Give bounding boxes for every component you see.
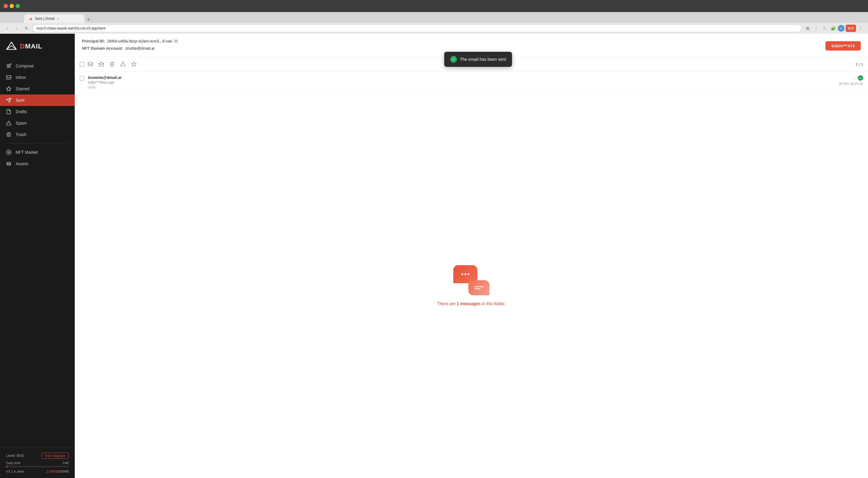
empty-state: There are 1 messages in this folder. [75, 93, 868, 478]
profile-btn[interactable]: G [838, 25, 844, 32]
browser-actions: ⊞ ↑ ☆ 🧩 G 更新 ⋮ [804, 25, 864, 32]
active-tab[interactable]: ⛵ Sent | Dmail ✕ [24, 14, 84, 23]
email-icons: ☆ ✓ [852, 75, 863, 81]
daily-label: Daily limit [6, 461, 20, 465]
main-content: Principal ID: 2kf6d-u46la-fdzyr-ls2em-kn… [75, 34, 868, 478]
spam-icon [6, 121, 11, 126]
drafts-icon [6, 109, 11, 114]
sidebar: DMAIL Compose Inbox [0, 34, 75, 478]
email-from: brownie@dmail.ai [88, 75, 835, 80]
mail-open-icon [98, 61, 104, 67]
bubble-dot-1 [461, 273, 463, 275]
translate-btn[interactable]: ⊞ [804, 25, 811, 32]
dmail-logo-icon [6, 41, 17, 52]
sidebar-item-inbox[interactable]: Inbox [0, 72, 75, 83]
close-window-btn[interactable] [4, 4, 8, 8]
compose-icon [6, 63, 11, 69]
table-row[interactable]: brownie@dmail.ai hdtyi***drso-aqe hello … [75, 72, 868, 93]
tab-bar: ⛵ Sent | Dmail ✕ + [0, 12, 868, 23]
sidebar-item-sent[interactable]: Sent [0, 95, 75, 106]
email-list: brownie@dmail.ai hdtyi***drso-aqe hello … [75, 72, 868, 93]
mail-icon [88, 61, 93, 67]
share-btn[interactable]: ↑ [812, 25, 820, 32]
sidebar-item-nft-market[interactable]: NFT Market [0, 146, 75, 158]
logo-text: DMAIL [20, 42, 42, 50]
sidebar-item-assets[interactable]: Assets [0, 158, 75, 169]
nft-label: NFT Domain Account: [82, 46, 123, 50]
forward-btn[interactable]: › [13, 25, 21, 32]
inbox-icon [6, 75, 11, 80]
email-sub-id: hdtyi***drso-aqe [88, 80, 835, 84]
starred-icon [6, 86, 11, 92]
principal-label: Principal ID: [82, 39, 105, 43]
sidebar-item-spam[interactable]: Spam [0, 117, 75, 129]
title-bar [0, 0, 868, 12]
page-info: 1 / 1 [856, 62, 863, 67]
empty-state-text: There are 1 messages in this folder. [437, 301, 506, 306]
level-label: Level: BAS [6, 454, 24, 458]
sidebar-item-drafts[interactable]: Drafts [0, 106, 75, 117]
minimize-window-btn[interactable] [10, 4, 14, 8]
copy-principal-btn[interactable]: ⧉ [175, 38, 178, 44]
mail-open-btn[interactable] [96, 59, 106, 69]
select-all-checkbox[interactable] [80, 62, 84, 67]
bubble-lines [474, 286, 484, 289]
new-tab-btn[interactable]: + [84, 16, 93, 23]
bubble-line-2 [474, 288, 481, 289]
storage-info: 2.08KB/200MB [46, 470, 69, 473]
sidebar-item-trash[interactable]: Trash [0, 129, 75, 140]
daily-progress-fill [6, 466, 7, 467]
sent-status-icon: ✓ [858, 75, 863, 81]
toast-check-icon: ✓ [450, 56, 457, 63]
toast-notification: ✓ The email has been sent [444, 52, 512, 67]
sidebar-item-compose[interactable]: Compose [0, 60, 75, 72]
address-bar-row: ‹ › ↻ evyc3-ziaaa-aaaak-aam5a-cai.ic0.ap… [0, 23, 868, 34]
app-container: DMAIL Compose Inbox [0, 34, 868, 478]
bubble-line-1 [474, 286, 484, 287]
svg-rect-9 [88, 62, 93, 66]
email-time: 06 Nov 20:21:30 [839, 82, 863, 86]
sidebar-footer: Level: BAS Free Upgrade Daily limit 1/40… [0, 448, 75, 478]
sidebar-item-starred[interactable]: Starred [0, 83, 75, 95]
update-btn[interactable]: 更新 [846, 25, 856, 32]
principal-value: 2kf6d-u46la-fdzyr-ls2em-kno3...6-vae [107, 39, 172, 43]
star-filter-btn[interactable] [129, 59, 138, 69]
trash-icon [6, 132, 11, 137]
svg-point-7 [7, 150, 11, 155]
wallet-btn[interactable]: 0xB2e***A73 [826, 41, 861, 50]
bookmark-btn[interactable]: ☆ [821, 25, 828, 32]
svg-rect-1 [7, 75, 11, 79]
email-meta: ☆ ✓ 06 Nov 20:21:30 [839, 75, 863, 86]
nft-market-icon [6, 149, 11, 155]
sidebar-nav: Compose Inbox Starred [0, 58, 75, 448]
back-btn[interactable]: ‹ [4, 25, 11, 32]
menu-btn[interactable]: ⋮ [857, 25, 864, 32]
tab-title: Sent | Dmail [35, 16, 55, 21]
delete-icon [110, 61, 115, 67]
sent-icon [6, 98, 11, 103]
extensions-btn[interactable]: 🧩 [830, 25, 837, 32]
star-toggle[interactable]: ☆ [852, 75, 857, 80]
email-body: brownie@dmail.ai hdtyi***drso-aqe hello [88, 75, 835, 90]
warning-btn[interactable] [118, 59, 128, 69]
mail-btn[interactable] [86, 59, 95, 69]
email-preview: hello [88, 85, 835, 90]
upgrade-btn[interactable]: Free Upgrade [41, 453, 69, 459]
assets-icon [6, 161, 11, 166]
refresh-btn[interactable]: ↻ [23, 25, 30, 32]
version-label: V2.1.4_beta [6, 470, 24, 473]
url-text: evyc3-ziaaa-aaaak-aam5a-cai.ic0.app/sent [36, 26, 105, 30]
tab-close-btn[interactable]: ✕ [57, 17, 59, 21]
bubble-dot-3 [467, 273, 469, 275]
logo-d: D [20, 42, 25, 50]
toast-message: The email has been sent [460, 57, 506, 62]
email-checkbox[interactable] [80, 76, 84, 81]
svg-marker-2 [7, 87, 11, 91]
traffic-lights [4, 4, 20, 8]
daily-value: 1/40 [62, 461, 69, 465]
bubble-secondary [468, 280, 490, 295]
maximize-window-btn[interactable] [16, 4, 20, 8]
svg-point-8 [7, 162, 10, 164]
address-bar[interactable]: evyc3-ziaaa-aaaak-aam5a-cai.ic0.app/sent [33, 24, 802, 32]
delete-btn[interactable] [107, 59, 117, 69]
